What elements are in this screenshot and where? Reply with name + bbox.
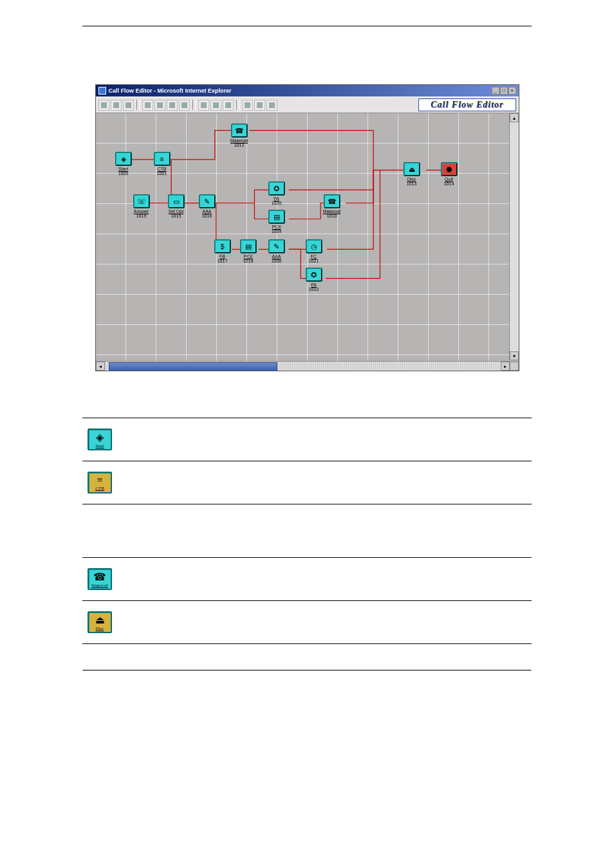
description-table-2: ☎Makecall ⏏Disc <box>82 537 532 644</box>
canvas[interactable]: ◈Start1000≡CTB1001☎Makecall1012☏Answer10… <box>96 113 519 371</box>
flow-node-quit[interactable]: ⬣Quit1014 <box>440 162 459 186</box>
scroll-left-arrow-icon[interactable]: ◂ <box>96 362 105 371</box>
tool-cut[interactable] <box>142 100 153 111</box>
pcii-icon: ▤ <box>268 210 285 224</box>
start-icon: ◈Start <box>88 429 112 450</box>
tool-run[interactable] <box>266 100 277 111</box>
quit-icon: ⬣ <box>441 162 458 176</box>
fa-icon: ✪ <box>306 268 322 282</box>
flow-node-aaa[interactable]: ✎AAA1006 <box>267 239 286 263</box>
scroll-down-arrow-icon[interactable]: ▾ <box>510 351 519 360</box>
ctb-icon: ≡CTB <box>88 472 112 494</box>
fb-icon: $ <box>214 239 231 254</box>
tool-new[interactable] <box>98 100 109 111</box>
app-icon <box>98 87 106 95</box>
scroll-thumb[interactable] <box>109 362 277 371</box>
start-icon: ◈ <box>115 152 132 166</box>
maximize-button[interactable]: □ <box>500 87 508 95</box>
titlebar: Call Flow Editor - Microsoft Internet Ex… <box>96 85 519 97</box>
answer-icon: ☏ <box>133 194 150 208</box>
description-table-1: ◈Start ≡CTB <box>82 397 532 504</box>
tool-save[interactable] <box>123 100 134 111</box>
makecall-icon: ☎Makecall <box>88 568 112 590</box>
flow-node-fa[interactable]: ✪FA1022 <box>304 268 324 291</box>
tool-grid[interactable] <box>254 100 265 111</box>
tool-open[interactable] <box>111 100 122 111</box>
flow-node-fc[interactable]: ◷FC1021 <box>304 239 324 263</box>
minimize-button[interactable]: _ <box>492 87 499 95</box>
flow-node-ctb[interactable]: ≡CTB1001 <box>153 152 172 176</box>
app-window: Call Flow Editor - Microsoft Internet Ex… <box>95 84 519 371</box>
flow-node-makecall[interactable]: ☎Makecall1010 <box>322 194 342 218</box>
tool-copy[interactable] <box>154 100 165 111</box>
toolbar: Call Flow Editor <box>96 97 519 113</box>
flow-node-aaa[interactable]: ✎AAA1016 <box>198 194 217 218</box>
start-description <box>196 418 532 461</box>
flow-node-disc[interactable]: ⏏Disc1013 <box>402 162 422 186</box>
makecall-icon: ☎ <box>324 194 340 208</box>
brand-label: Call Flow Editor <box>418 98 516 111</box>
flow-node-pcii[interactable]: ▤PCII1009 <box>267 210 286 234</box>
disc-description <box>196 601 532 644</box>
tool-delete[interactable] <box>179 100 190 111</box>
ctb-description <box>196 461 532 504</box>
scroll-corner <box>510 362 519 371</box>
flow-node-start[interactable]: ◈Start1000 <box>114 152 133 176</box>
pcii-icon: ▤ <box>240 239 257 254</box>
tool-refresh[interactable] <box>223 100 234 111</box>
vertical-scrollbar[interactable]: ▴ ▾ <box>509 113 519 360</box>
disc-icon: ⏏Disc <box>88 611 112 633</box>
aaa-icon: ✎ <box>199 194 216 208</box>
flow-node-makecall[interactable]: ☎Makecall1012 <box>230 124 249 147</box>
scroll-up-arrow-icon[interactable]: ▴ <box>510 113 519 122</box>
flow-node-pcii[interactable]: ▤PCII1018 <box>239 239 258 263</box>
scroll-right-arrow-icon[interactable]: ▸ <box>501 362 510 371</box>
tool-hand[interactable] <box>210 100 221 111</box>
fc-icon: ◷ <box>306 239 322 254</box>
tool-paste[interactable] <box>167 100 178 111</box>
tool-arrow[interactable] <box>198 100 209 111</box>
close-button[interactable]: × <box>508 87 516 95</box>
makecall-description <box>196 558 532 601</box>
flow-node-sel-opt[interactable]: ▭Sel Opt1015 <box>167 194 186 218</box>
makecall-icon: ☎ <box>231 124 248 138</box>
flow-node-answer[interactable]: ☏Answer1019 <box>132 194 151 218</box>
aaa-icon: ✎ <box>268 239 285 254</box>
ctb-icon: ≡ <box>154 152 171 166</box>
flow-node-fa[interactable]: ✪FA1020 <box>267 181 286 205</box>
sel-opt-icon: ▭ <box>168 194 185 208</box>
horizontal-scrollbar[interactable]: ◂ ▸ <box>96 361 510 371</box>
tool-zoom[interactable] <box>242 100 253 111</box>
disc-icon: ⏏ <box>404 162 420 176</box>
fa-icon: ✪ <box>268 181 285 196</box>
window-title: Call Flow Editor - Microsoft Internet Ex… <box>109 88 232 94</box>
flow-node-fb[interactable]: $FB1017 <box>213 239 232 263</box>
